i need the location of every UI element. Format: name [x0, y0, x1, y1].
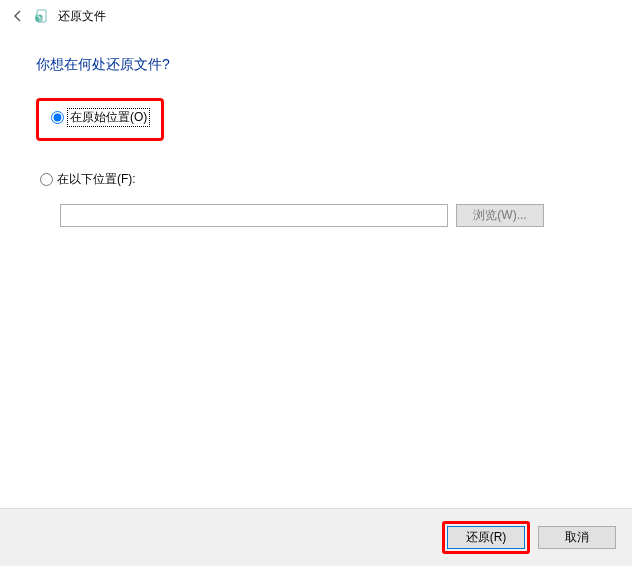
path-row: 浏览(W)...: [60, 204, 596, 227]
dialog-footer: 还原(R) 取消: [0, 508, 632, 566]
radio-original-label: 在原始位置(O): [68, 109, 149, 126]
restore-button[interactable]: 还原(R): [447, 526, 525, 549]
back-arrow-icon[interactable]: [10, 8, 26, 24]
radio-original-location[interactable]: 在原始位置(O): [47, 107, 153, 128]
content-area: 你想在何处还原文件? 在原始位置(O) 在以下位置(F): 浏览(W)...: [0, 32, 632, 508]
location-radio-group: 在原始位置(O) 在以下位置(F): 浏览(W)...: [36, 98, 596, 227]
radio-custom-location[interactable]: 在以下位置(F):: [36, 169, 596, 190]
window-title: 还原文件: [58, 8, 106, 25]
restore-file-icon: [34, 8, 50, 24]
radio-original-input[interactable]: [51, 111, 64, 124]
radio-custom-label: 在以下位置(F):: [57, 171, 136, 188]
question-heading: 你想在何处还原文件?: [36, 56, 596, 74]
path-input[interactable]: [60, 204, 448, 227]
browse-button[interactable]: 浏览(W)...: [456, 204, 544, 227]
window-header: 还原文件: [0, 0, 632, 32]
cancel-button[interactable]: 取消: [538, 526, 616, 549]
radio-custom-input[interactable]: [40, 173, 53, 186]
highlight-restore-button: 还原(R): [442, 521, 530, 554]
highlight-original-option: 在原始位置(O): [36, 98, 164, 141]
